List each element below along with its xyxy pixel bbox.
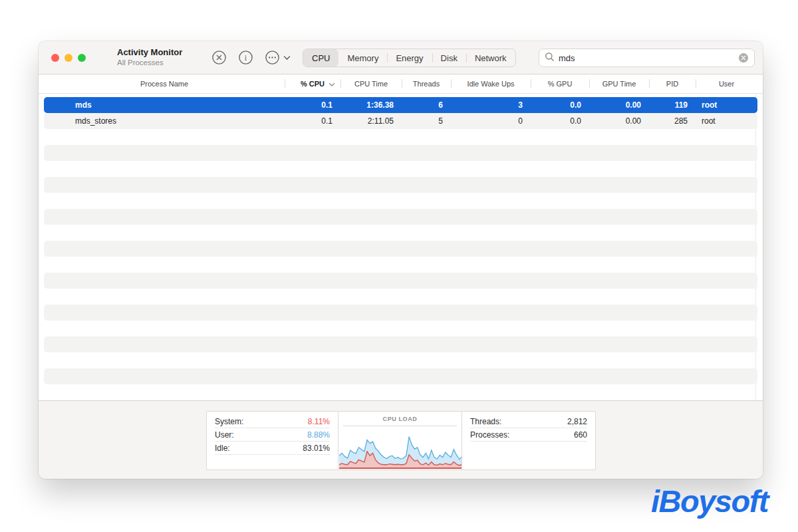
cell-gpu_time: 0.00 — [589, 100, 649, 110]
footer-stats: System:8.11%User:8.88%Idle:83.01% CPU LO… — [39, 400, 763, 479]
chevron-down-icon — [283, 55, 291, 61]
cell-cpu_time: 2:11.05 — [340, 116, 402, 126]
cell-gpu: 0.0 — [531, 100, 589, 110]
cpu-load-rule — [343, 426, 457, 426]
traffic-lights — [51, 54, 86, 62]
more-options-button[interactable] — [265, 50, 291, 65]
table-row-empty — [44, 225, 757, 241]
table-row-empty — [44, 321, 757, 336]
view-tabs: CPUMemoryEnergyDiskNetwork — [303, 49, 516, 67]
column-cpu[interactable]: % CPU — [285, 74, 340, 93]
table-row-empty — [44, 336, 757, 352]
search-input[interactable] — [559, 53, 738, 63]
stat-label: Processes: — [470, 430, 509, 440]
cpu-percent-box: System:8.11%User:8.88%Idle:83.01% — [206, 411, 338, 470]
stat-value: 8.88% — [307, 430, 330, 440]
stat-row: Processes:660 — [470, 428, 587, 442]
quit-process-button[interactable] — [211, 50, 227, 65]
table-row-empty — [44, 177, 757, 193]
cell-threads: 6 — [402, 100, 451, 110]
stat-label: Threads: — [470, 417, 501, 426]
cpu-load-title: CPU LOAD — [338, 416, 462, 422]
cell-gpu_time: 0.00 — [589, 116, 649, 126]
iboysoft-logo: iBoysoft — [633, 483, 786, 519]
column-gpu[interactable]: % GPU — [531, 74, 589, 93]
cell-name: mds — [44, 100, 285, 110]
stat-row: Threads:2,812 — [470, 415, 587, 428]
inspect-button[interactable]: i — [238, 50, 253, 65]
stat-value: 660 — [574, 430, 587, 440]
cell-cpu_time: 1:36.38 — [340, 100, 402, 110]
table-row-empty — [44, 241, 757, 257]
search-icon — [545, 52, 555, 65]
stat-value: 2,812 — [567, 417, 587, 426]
titlebar: Activity Monitor All Processes i — [39, 41, 763, 74]
close-button[interactable] — [51, 54, 59, 62]
cell-threads: 5 — [402, 116, 451, 126]
cell-pid: 285 — [649, 116, 696, 126]
column-cpu-time[interactable]: CPU Time — [340, 74, 402, 93]
x-circle-icon — [211, 50, 227, 65]
table-row-empty — [44, 193, 757, 209]
clear-search-button[interactable] — [738, 53, 749, 63]
tab-network[interactable]: Network — [466, 49, 515, 66]
tab-disk[interactable]: Disk — [432, 49, 466, 66]
column-idle-wake-ups[interactable]: Idle Wake Ups — [451, 74, 531, 93]
title-block: Activity Monitor All Processes — [117, 47, 182, 68]
activity-monitor-window: Activity Monitor All Processes i — [39, 41, 763, 479]
cell-pid: 119 — [649, 100, 696, 110]
cell-user: root — [696, 100, 757, 110]
table-row-empty — [44, 289, 757, 305]
table-row-empty — [44, 257, 757, 273]
table-row-mds_stores[interactable]: mds_stores0.12:11.05500.00.00285root — [44, 113, 757, 129]
counts-box: Threads:2,812Processes:660 — [462, 411, 596, 470]
cpu-load-box: CPU LOAD — [338, 411, 462, 470]
column-pid[interactable]: PID — [649, 74, 696, 93]
cell-user: root — [696, 116, 757, 126]
process-table: mds0.11:36.38630.00.00119rootmds_stores0… — [39, 94, 763, 400]
table-row-empty — [44, 384, 757, 400]
cell-cpu: 0.1 — [285, 116, 340, 126]
stat-label: Idle: — [215, 444, 230, 453]
minimize-button[interactable] — [65, 54, 72, 62]
sort-chevron-icon — [329, 80, 335, 88]
table-row-empty — [44, 209, 757, 225]
table-row-empty — [44, 273, 757, 289]
table-row-mds[interactable]: mds0.11:36.38630.00.00119root — [44, 97, 757, 113]
process-table-header: Process Name % CPU CPU Time Threads Idle… — [39, 74, 763, 94]
stat-value: 8.11% — [308, 417, 330, 426]
zoom-button[interactable] — [78, 54, 86, 62]
stat-label: System: — [215, 417, 243, 426]
search-field[interactable] — [539, 49, 755, 67]
tab-energy[interactable]: Energy — [387, 49, 432, 66]
cell-gpu: 0.0 — [531, 116, 589, 126]
cell-cpu: 0.1 — [285, 100, 340, 110]
stat-row: System:8.11% — [215, 415, 330, 428]
table-row-empty — [44, 145, 757, 161]
ellipsis-circle-icon — [265, 50, 280, 65]
svg-text:i: i — [245, 53, 247, 63]
cell-idle_wake_ups: 3 — [451, 100, 531, 110]
cpu-load-chart — [339, 428, 461, 469]
column-threads[interactable]: Threads — [402, 74, 451, 93]
info-icon: i — [238, 50, 253, 65]
app-subtitle: All Processes — [117, 58, 182, 67]
cell-name: mds_stores — [44, 116, 285, 126]
tab-cpu[interactable]: CPU — [303, 49, 338, 66]
table-row-empty — [44, 368, 757, 384]
stat-row: Idle:83.01% — [215, 442, 330, 455]
stat-value: 83.01% — [303, 444, 330, 453]
table-row-empty — [44, 129, 757, 145]
column-gpu-time[interactable]: GPU Time — [589, 74, 649, 93]
cell-idle_wake_ups: 0 — [451, 116, 531, 126]
table-row-empty — [44, 161, 757, 177]
table-row-empty — [44, 305, 757, 321]
column-process-name[interactable]: Process Name — [44, 74, 285, 93]
tab-memory[interactable]: Memory — [338, 49, 387, 66]
table-row-empty — [44, 352, 757, 368]
stat-label: User: — [215, 430, 234, 440]
column-user[interactable]: User — [696, 74, 757, 93]
stat-row: User:8.88% — [215, 428, 330, 442]
app-title: Activity Monitor — [117, 47, 182, 58]
